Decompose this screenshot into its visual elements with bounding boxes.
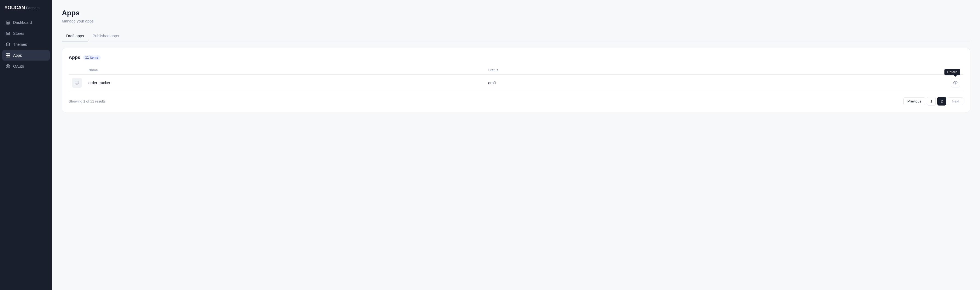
sidebar-item-apps[interactable]: Apps xyxy=(2,50,50,61)
table-row: order-tracker draft Details xyxy=(69,75,963,91)
svg-rect-4 xyxy=(8,56,10,57)
col-status: Status xyxy=(485,66,718,75)
svg-point-6 xyxy=(7,66,8,67)
tabs: Draft apps Published apps xyxy=(62,31,970,42)
sidebar-item-stores[interactable]: Stores xyxy=(2,28,50,38)
main-content: Apps Manage your apps Draft apps Publish… xyxy=(52,0,980,290)
svg-rect-7 xyxy=(75,81,78,83)
sidebar-nav: Dashboard Stores Themes xyxy=(0,17,52,72)
sidebar: YOUCAN Partners Dashboard Store xyxy=(0,0,52,290)
details-button[interactable] xyxy=(951,78,960,87)
store-icon xyxy=(5,31,10,36)
svg-rect-2 xyxy=(8,53,10,55)
svg-point-8 xyxy=(955,82,956,83)
app-icon-cell xyxy=(69,75,85,91)
tab-published-apps[interactable]: Published apps xyxy=(88,31,123,42)
app-details-cell: Details xyxy=(718,75,963,91)
svg-marker-0 xyxy=(6,42,10,45)
app-name: order-tracker xyxy=(85,75,485,91)
page-1-button[interactable]: 1 xyxy=(927,97,935,106)
tab-draft-apps[interactable]: Draft apps xyxy=(62,31,88,42)
themes-icon xyxy=(5,42,10,47)
sidebar-item-themes[interactable]: Themes xyxy=(2,39,50,50)
svg-rect-1 xyxy=(6,53,8,55)
svg-rect-3 xyxy=(6,56,8,57)
page-subtitle: Manage your apps xyxy=(62,19,970,23)
next-button[interactable]: Next xyxy=(948,97,963,105)
col-name: Name xyxy=(85,66,485,75)
home-icon xyxy=(5,20,10,25)
page-2-button[interactable]: 2 xyxy=(937,97,946,106)
table-body: order-tracker draft Details xyxy=(69,75,963,91)
card-title: Apps xyxy=(69,55,80,60)
table-head: Name Status Details xyxy=(69,66,963,75)
card-header: Apps 11 items xyxy=(69,55,963,60)
logo: YOUCAN Partners xyxy=(0,0,52,17)
apps-icon xyxy=(5,53,10,58)
sidebar-item-stores-label: Stores xyxy=(13,31,24,36)
sidebar-item-apps-label: Apps xyxy=(13,53,22,58)
eye-icon xyxy=(953,80,958,85)
sidebar-item-themes-label: Themes xyxy=(13,42,27,46)
pagination-row: Showing 1 of 11 results Previous 1 2 Nex… xyxy=(69,97,963,106)
sidebar-item-dashboard[interactable]: Dashboard xyxy=(2,17,50,28)
col-details: Details xyxy=(718,66,963,75)
previous-button[interactable]: Previous xyxy=(904,97,926,105)
showing-text: Showing 1 of 11 results xyxy=(69,99,106,103)
col-icon xyxy=(69,66,85,75)
sidebar-item-oauth[interactable]: OAuth xyxy=(2,61,50,72)
app-icon-placeholder xyxy=(72,78,82,88)
details-tooltip-wrapper: Details xyxy=(951,78,960,87)
sidebar-item-oauth-label: OAuth xyxy=(13,64,24,69)
apps-card: Apps 11 items Name Status Details xyxy=(62,48,970,112)
logo-partners: Partners xyxy=(26,6,40,10)
oauth-icon xyxy=(5,64,10,69)
apps-table: Name Status Details order- xyxy=(69,66,963,91)
app-status: draft xyxy=(485,75,718,91)
page-title: Apps xyxy=(62,9,970,17)
sidebar-item-dashboard-label: Dashboard xyxy=(13,20,32,25)
pagination: Previous 1 2 Next xyxy=(904,97,963,106)
items-badge: 11 items xyxy=(83,55,101,60)
logo-youcan: YOUCAN xyxy=(5,5,25,11)
